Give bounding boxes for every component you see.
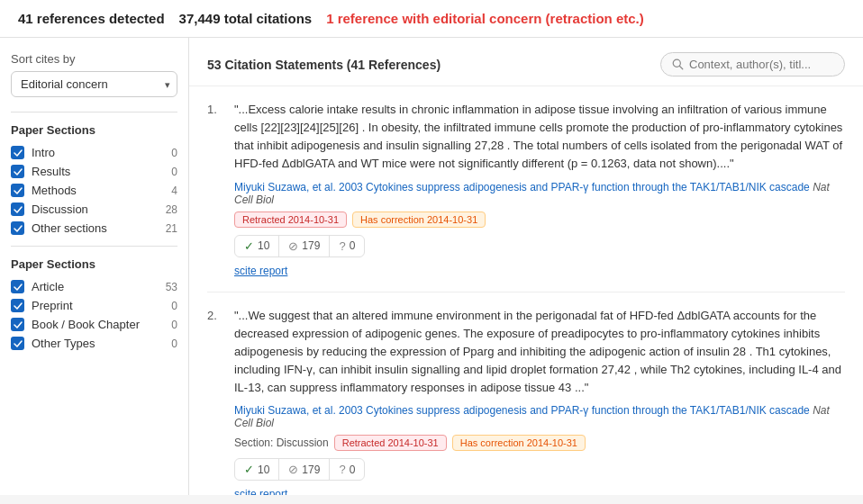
citation-number: 1.: [207, 101, 222, 277]
sort-select[interactable]: Editorial concern Most cited Least cited: [11, 71, 177, 97]
filter-label: Results: [32, 165, 70, 178]
content-header: 53 Citation Statements (41 References): [189, 38, 863, 86]
filter-item-left: Other Types: [11, 337, 95, 350]
filter-item-left: Book / Book Chapter: [11, 318, 140, 331]
filter-item[interactable]: Discussion 28: [11, 202, 177, 216]
filter-label: Book / Book Chapter: [32, 318, 140, 331]
top-bar: 41 references detected 37,449 total cita…: [0, 0, 863, 38]
filter-checkbox: [11, 184, 24, 197]
metric-item: ⊘ 179: [279, 236, 330, 256]
badge-red: Retracted 2014-10-31: [234, 212, 347, 228]
main-layout: Sort cites by Editorial concern Most cit…: [0, 38, 863, 495]
filter-count: 28: [166, 203, 177, 216]
metric-value: 179: [302, 239, 320, 252]
filter-checkbox: [11, 280, 24, 293]
metric-icon: ?: [339, 239, 345, 253]
filter-item[interactable]: Methods 4: [11, 184, 177, 197]
metric-icon: ⊘: [288, 463, 298, 476]
filter-item[interactable]: Other Types 0: [11, 337, 177, 350]
filter-item[interactable]: Article 53: [11, 280, 177, 293]
filter-item-left: Article: [11, 280, 64, 293]
citation-item: 1. "...Excess calorie intake results in …: [207, 86, 845, 292]
editorial-alert: 1 reference with editorial concern (retr…: [326, 11, 644, 26]
metric-value: 0: [350, 464, 356, 476]
metric-item: ✓ 10: [235, 459, 279, 480]
divider-2: [11, 246, 177, 247]
sort-select-wrapper: Editorial concern Most cited Least cited…: [11, 71, 177, 97]
metric-item: ? 0: [330, 459, 364, 480]
citation-text: "...Excess calorie intake results in chr…: [234, 101, 845, 174]
search-input[interactable]: [689, 58, 833, 71]
divider-1: [11, 112, 177, 112]
metric-item: ? 0: [330, 236, 364, 256]
filter-item-left: Other sections: [11, 221, 107, 235]
scite-link[interactable]: scite report: [234, 488, 287, 495]
filter-checkbox: [11, 202, 24, 216]
checkmark-icon: [14, 339, 23, 348]
citation-body: "...Excess calorie intake results in chr…: [234, 101, 845, 277]
paper-sections-title-1: Paper Sections: [11, 123, 177, 137]
citation-text: "...We suggest that an altered immune en…: [234, 307, 845, 398]
filter-item-left: Preprint: [11, 299, 73, 312]
citation-ref[interactable]: Miyuki Suzawa, et al. 2003 Cytokines sup…: [234, 181, 845, 206]
filter-label: Discussion: [32, 202, 88, 216]
badge-row: Section: DiscussionRetracted 2014-10-31H…: [234, 435, 845, 451]
checkmark-icon: [14, 302, 23, 310]
filter-label: Other Types: [32, 337, 95, 350]
filter-checkbox: [11, 337, 24, 350]
filter-label: Other sections: [32, 221, 107, 235]
filter-count: 53: [166, 281, 177, 293]
badge-red: Retracted 2014-10-31: [334, 435, 447, 451]
search-box[interactable]: [660, 52, 845, 76]
filter-count: 0: [171, 166, 177, 178]
metric-value: 10: [258, 464, 269, 476]
paper-sections-2-list: Article 53 Preprint 0 Book / Book Chapte…: [11, 280, 177, 350]
total-citations: 37,449 total citations: [179, 11, 313, 26]
filter-item[interactable]: Results 0: [11, 165, 177, 178]
filter-count: 4: [171, 184, 177, 197]
section-label: Section: Discussion: [234, 436, 329, 449]
filter-count: 21: [166, 222, 177, 235]
citation-ref[interactable]: Miyuki Suzawa, et al. 2003 Cytokines sup…: [234, 404, 845, 429]
filter-item[interactable]: Preprint 0: [11, 299, 177, 312]
filter-label: Methods: [32, 184, 77, 197]
citation-number: 2.: [207, 307, 222, 495]
filter-item[interactable]: Other sections 21: [11, 221, 177, 235]
filter-item-left: Results: [11, 165, 70, 178]
badge-orange: Has correction 2014-10-31: [452, 435, 586, 451]
filter-label: Intro: [32, 146, 55, 159]
sort-label: Sort cites by: [11, 52, 177, 66]
citations-count: 53 Citation Statements (41 References): [207, 58, 441, 72]
svg-line-1: [680, 67, 683, 69]
filter-item-left: Intro: [11, 146, 55, 159]
citation-body: "...We suggest that an altered immune en…: [234, 307, 845, 495]
filter-checkbox: [11, 146, 24, 159]
filter-label: Preprint: [32, 299, 73, 312]
metric-value: 10: [258, 239, 269, 252]
filter-item-left: Discussion: [11, 202, 88, 216]
filter-label: Article: [32, 280, 64, 293]
checkmark-icon: [14, 205, 23, 214]
filter-checkbox: [11, 221, 24, 235]
sidebar: Sort cites by Editorial concern Most cit…: [0, 38, 189, 495]
citation-item: 2. "...We suggest that an altered immune…: [207, 292, 845, 495]
metric-value: 0: [350, 239, 356, 252]
metric-item: ✓ 10: [235, 236, 279, 256]
badge-orange: Has correction 2014-10-31: [352, 212, 486, 228]
badge-row: Retracted 2014-10-31Has correction 2014-…: [234, 212, 845, 228]
filter-checkbox: [11, 318, 24, 331]
content-area: 53 Citation Statements (41 References) 1…: [189, 38, 863, 495]
metrics-row: ✓ 10 ⊘ 179 ? 0: [234, 235, 365, 257]
paper-sections-title-2: Paper Sections: [11, 257, 177, 271]
citation-list: 1. "...Excess calorie intake results in …: [189, 86, 863, 495]
filter-item[interactable]: Book / Book Chapter 0: [11, 318, 177, 331]
checkmark-icon: [14, 320, 23, 329]
filter-count: 0: [171, 300, 177, 312]
search-icon: [672, 58, 684, 70]
checkmark-icon: [14, 167, 23, 176]
scite-link[interactable]: scite report: [234, 265, 287, 277]
checkmark-icon: [14, 224, 23, 233]
filter-item[interactable]: Intro 0: [11, 146, 177, 159]
checkmark-icon: [14, 283, 23, 292]
filter-count: 0: [171, 319, 177, 331]
